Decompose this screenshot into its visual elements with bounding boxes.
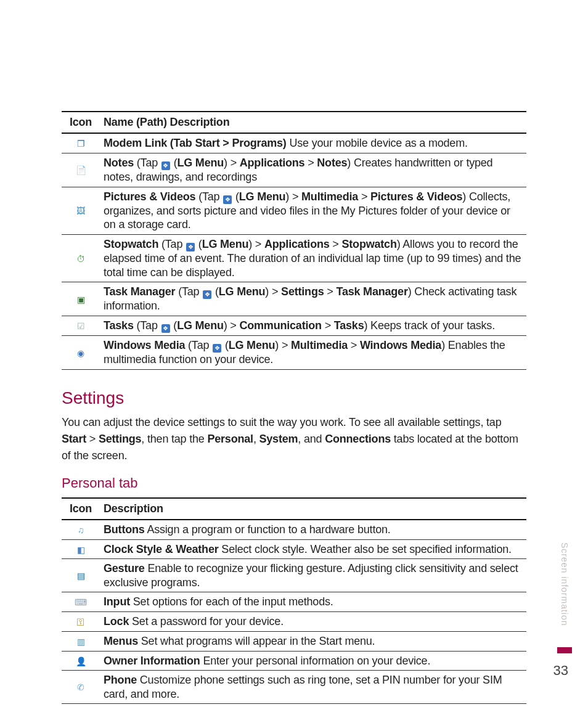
- table-row: ♫Buttons Assign a program or function to…: [62, 520, 526, 539]
- lock-icon: ⚿: [75, 616, 87, 629]
- row-description: Pictures & Videos (Tap ❖ (LG Menu) > Mul…: [100, 187, 526, 234]
- col-desc-header: Name (Path) Description: [100, 112, 526, 133]
- table-row: ◉Windows Media (Tap ❖ (LG Menu) > Multim…: [62, 336, 526, 370]
- table-row: ▥Menus Set what programs will appear in …: [62, 631, 526, 651]
- lg-menu-icon: ❖: [161, 324, 170, 333]
- table-row: 📄Notes (Tap ❖ (LG Menu) > Applications >…: [62, 153, 526, 187]
- table-row: ⚿Lock Set a password for your device.: [62, 612, 526, 632]
- table-row: ☑Tasks (Tap ❖ (LG Menu) > Communication …: [62, 316, 526, 335]
- row-description: Windows Media (Tap ❖ (LG Menu) > Multime…: [100, 336, 526, 370]
- row-description: Input Set options for each of the input …: [100, 592, 526, 612]
- table-row: ⌨Input Set options for each of the input…: [62, 592, 526, 612]
- programs-tbody: ❐Modem Link (Tab Start > Programs) Use y…: [62, 133, 526, 369]
- lg-menu-icon: ❖: [213, 344, 221, 353]
- modem-link-icon: ❐: [75, 138, 87, 150]
- task-manager-icon: ▣: [75, 293, 87, 306]
- clock-weather-icon: ◧: [75, 544, 87, 556]
- table-row: ▣Task Manager (Tap ❖ (LG Menu) > Setting…: [62, 282, 526, 316]
- table-row: ✆Phone Customize phone settings such as …: [62, 671, 526, 704]
- row-description: Menus Set what programs will appear in t…: [100, 631, 526, 651]
- settings-paragraph: You can adjust the device settings to su…: [62, 414, 526, 464]
- row-description: Owner Information Enter your personal in…: [100, 651, 526, 671]
- col-desc-header-2: Description: [100, 498, 526, 520]
- stopwatch-icon: ⏱: [75, 253, 87, 265]
- lg-menu-icon: ❖: [186, 243, 195, 251]
- row-description: Gesture Enable to recognize your flickin…: [100, 559, 526, 592]
- row-description: Tasks (Tap ❖ (LG Menu) > Communication >…: [100, 316, 526, 335]
- buttons-icon: ♫: [75, 525, 87, 537]
- lg-menu-icon: ❖: [223, 195, 232, 204]
- phone-icon: ✆: [75, 682, 87, 694]
- lg-menu-icon: ❖: [203, 290, 211, 299]
- row-description: Lock Set a password for your device.: [100, 612, 526, 632]
- programs-table: Icon Name (Path) Description ❐Modem Link…: [62, 111, 526, 370]
- table-row: ❐Modem Link (Tab Start > Programs) Use y…: [62, 133, 526, 153]
- row-description: Notes (Tap ❖ (LG Menu) > Applications > …: [100, 153, 526, 187]
- personal-tbody: ♫Buttons Assign a program or function to…: [62, 520, 526, 704]
- table-row: 🖼Pictures & Videos (Tap ❖ (LG Menu) > Mu…: [62, 187, 526, 234]
- menus-icon: ▥: [75, 636, 87, 648]
- row-description: Buttons Assign a program or function to …: [100, 520, 526, 539]
- row-description: Stopwatch (Tap ❖ (LG Menu) > Application…: [100, 234, 526, 282]
- row-description: Phone Customize phone settings such as r…: [100, 671, 526, 704]
- windows-media-icon: ◉: [75, 347, 87, 359]
- row-description: Clock Style & Weather Select clock style…: [100, 539, 526, 559]
- settings-heading: Settings: [62, 388, 526, 408]
- col-icon-header-2: Icon: [62, 498, 100, 520]
- table-row: ⏱Stopwatch (Tap ❖ (LG Menu) > Applicatio…: [62, 234, 526, 282]
- row-description: Modem Link (Tab Start > Programs) Use yo…: [100, 133, 526, 153]
- page-number: 33: [553, 663, 568, 679]
- lg-menu-icon: ❖: [161, 161, 170, 170]
- notes-icon: 📄: [75, 165, 87, 177]
- side-section-label: Screen information: [560, 542, 570, 626]
- gesture-icon: ▤: [75, 570, 87, 582]
- manual-page: Icon Name (Path) Description ❐Modem Link…: [0, 0, 588, 707]
- owner-info-icon: 👤: [75, 655, 87, 668]
- table-row: ▤Gesture Enable to recognize your flicki…: [62, 559, 526, 592]
- tasks-icon: ☑: [75, 321, 87, 333]
- side-accent-bar: [557, 647, 572, 653]
- personal-tab-heading: Personal tab: [62, 475, 526, 491]
- table-row: 👤Owner Information Enter your personal i…: [62, 651, 526, 671]
- table-row: ◧Clock Style & Weather Select clock styl…: [62, 539, 526, 559]
- personal-table: Icon Description ♫Buttons Assign a progr…: [62, 497, 526, 705]
- pictures-videos-icon: 🖼: [75, 205, 87, 218]
- row-description: Task Manager (Tap ❖ (LG Menu) > Settings…: [100, 282, 526, 316]
- input-icon: ⌨: [75, 597, 87, 609]
- col-icon-header: Icon: [62, 112, 100, 133]
